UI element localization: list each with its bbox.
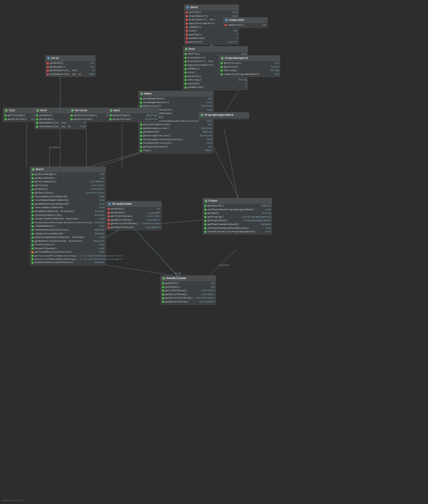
method-row: ●getBoardWidth()int (30, 176, 105, 180)
programmingcarddeck-type-icon: C (201, 113, 204, 117)
grid-type-icon: C (36, 109, 39, 112)
method-row: ●setAmountOfLives(int)void (139, 141, 213, 145)
method-icon: ● (184, 60, 187, 63)
method-icon: ● (31, 244, 34, 246)
method-icon: ● (140, 146, 142, 148)
method-row: ●getBackupPosition()Position (139, 127, 213, 131)
method-row: ●teleportRobot(RobotID, Position)void (30, 217, 105, 221)
create-label-1: «create» (49, 146, 60, 149)
tile-classname: Tile (9, 109, 15, 112)
method-icon: ● (36, 125, 38, 128)
method-row: ●getPowerDownNextRound()boolean (203, 223, 272, 226)
class-header-idrawablegame: I IDrawableGame (106, 201, 161, 207)
class-header-programmingcard: C ProgrammingCard (219, 56, 280, 61)
method-icon: ● (31, 196, 34, 198)
method-icon: ● (31, 181, 34, 183)
class-header-ideck: I IDeck (185, 5, 239, 10)
method-icon: ● (108, 226, 110, 229)
method-row: ●copy()Robot (139, 149, 213, 153)
deck-type-icon: C (185, 47, 188, 51)
method-icon: ● (220, 73, 223, 76)
method-icon: ● (31, 236, 34, 239)
player-classname: Player (209, 200, 218, 202)
method-icon: ● (36, 118, 38, 121)
method-icon: ● (184, 71, 187, 74)
method-icon: ● (186, 22, 188, 25)
method-icon: ● (4, 118, 7, 121)
method-icon: ● (31, 262, 34, 264)
method-icon: ● (204, 216, 207, 218)
method-row: ●compareTo(ProgrammingCard)int (219, 73, 280, 76)
method-icon: ● (31, 207, 34, 209)
method-icon: ● (204, 227, 207, 230)
footer-text: Powered by yFiles (2, 499, 25, 502)
method-row: ●peekTop()T (185, 33, 239, 37)
method-row: ●getPlayerDeck()ProgrammingCardDeck (203, 219, 272, 223)
create-label-3: «create» (219, 264, 230, 267)
method-row: ●getRobotID()RobotID (203, 204, 272, 208)
wall-classname: Wall (114, 109, 120, 112)
method-row: ●isConveyorBelt(Tile)boolean (30, 214, 105, 217)
method-icon: ● (31, 255, 34, 257)
method-icon: ● (31, 214, 34, 217)
class-idrawablegame: I IDrawableGame ●getWidth()int ●getHeigh… (106, 201, 162, 230)
method-row: ●getWidth()int (45, 61, 95, 65)
class-header-robot: C Robot (139, 91, 213, 96)
method-icon: ● (204, 223, 207, 226)
method-icon: ● (31, 247, 34, 250)
ideck-classname: IDeck (190, 6, 198, 9)
method-icon: ● (162, 289, 164, 292)
programmingcarddeck-classname: ProgrammingCardDeck (205, 114, 234, 117)
method-icon: ● (186, 37, 188, 40)
method-row: ●getTileOnPosition(Position)Tile (30, 250, 105, 254)
method-icon: ● (204, 205, 207, 207)
method-icon: ● (31, 188, 34, 191)
method-row: ●getDamageTaken()int (139, 97, 213, 101)
method-icon: ● (70, 118, 73, 121)
method-icon: ● (186, 34, 188, 36)
method-icon: ● (31, 233, 34, 235)
method-row: ●getTilesToDraw()List<Tile> (106, 215, 161, 218)
roborallygame-type-icon: C (162, 277, 165, 280)
method-row: ●getNewPosition(Position, Direction)Posi… (30, 239, 105, 243)
method-row: ●moveRobot(RobotID, Direction)boolean (30, 210, 105, 214)
method-row: ●getProgram()List<ProgrammingCard> (203, 215, 272, 219)
method-icon: ● (186, 15, 188, 18)
class-robot: C Robot ●getDamageTaken()int ●setDamageT… (139, 91, 213, 153)
method-icon: ● (186, 11, 188, 14)
method-icon: ● (162, 301, 164, 303)
igrid-methods: ●getWidth()int ●getHeight()int ●getEleme… (45, 61, 95, 77)
method-row: ●getHeight()int (45, 65, 95, 69)
method-row: ●respawnRobots()void (30, 224, 105, 228)
method-icon: ● (204, 212, 207, 215)
method-icon: ● (31, 240, 34, 242)
method-icon: ● (220, 69, 223, 72)
method-row: ●compareTo(T)int (223, 23, 267, 27)
method-row: ●fireAllLasers()void (30, 243, 105, 247)
player-type-icon: C (205, 199, 208, 202)
method-row: ●isRobotAlive(RobotID)boolean (30, 232, 105, 236)
class-board: C Board ●getBoardHeight()int ●getBoardWi… (30, 167, 106, 265)
method-row: ●getDirection()Direction (108, 118, 159, 121)
class-header-roborallygame: C RoboRallyGame (161, 276, 216, 281)
class-player: C Player ●getRobotID()RobotID ●setPlayer… (203, 198, 272, 235)
method-row: ●hasRobotOnPosition(Position)boolean (30, 261, 105, 265)
wall-methods: ●getWallType()WallType ●getDirection()Di… (108, 113, 159, 122)
method-icon: ● (4, 114, 7, 117)
method-icon: ● (184, 64, 187, 67)
board-type-icon: C (32, 168, 35, 171)
method-icon: ● (70, 114, 73, 117)
method-icon: ● (140, 123, 142, 126)
method-icon: ● (184, 68, 187, 70)
method-row: ●peekTop()T (183, 82, 248, 86)
method-row: ●setPowerDownNextRound(boolean)void (203, 226, 272, 230)
method-icon: ● (31, 221, 34, 224)
method-icon: ● (47, 62, 49, 64)
player-methods: ●getRobotID()RobotID ●setPlayerDeck(Prog… (203, 204, 272, 234)
class-header-wall: C Wall (108, 108, 159, 113)
method-icon: ● (140, 127, 142, 130)
method-row: ●getWallType()WallType (108, 114, 159, 118)
method-row: ●getWallsToDraw()List<Wall> (106, 218, 161, 222)
svg-line-14 (134, 229, 178, 276)
method-row: ●setElement(int, int, K)void (45, 73, 95, 76)
